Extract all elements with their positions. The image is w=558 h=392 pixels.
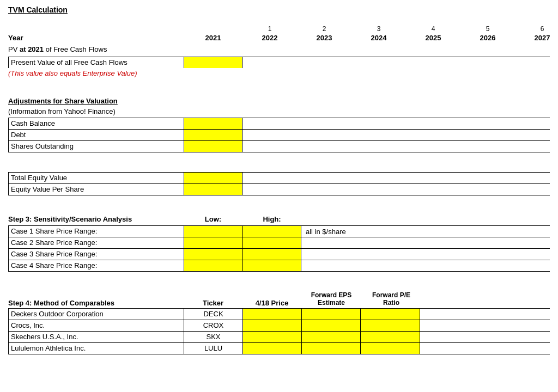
comp-pe-header: Forward P/ERatio <box>361 291 421 307</box>
year-col-2027: 2027 <box>515 34 558 42</box>
comp-pe-0[interactable] <box>360 309 420 320</box>
comp-name-0: Deckers Outdoor Corporation <box>8 309 184 320</box>
comp-ticker-2: SKX <box>184 332 242 342</box>
comp-eps-2[interactable] <box>301 332 360 342</box>
sens-low-3[interactable] <box>184 260 242 271</box>
sensitivity-note: all in $/share <box>304 226 348 237</box>
sens-label-1: Case 2 Share Price Range: <box>8 237 184 248</box>
base-year-header: 2021 <box>184 34 242 42</box>
enterprise-value-note: (This value also equals Enterprise Value… <box>8 69 137 77</box>
sens-label-0: Case 1 Share Price Range: <box>8 226 184 237</box>
comparable-row: Crocs, Inc. CROX <box>8 320 550 331</box>
sensitivity-high-header: High: <box>242 215 301 223</box>
comp-eps-1[interactable] <box>301 320 360 331</box>
comp-pe-1[interactable] <box>360 320 420 331</box>
sens-label-2: Case 3 Share Price Range: <box>8 249 184 260</box>
year-num-2025: 4 <box>406 25 460 33</box>
comp-pe-2[interactable] <box>360 332 420 342</box>
year-col-2023: 2023 <box>297 34 351 42</box>
year-col-2025: 2025 <box>406 34 460 42</box>
pv-all-fcf-label: Present Value of all Free Cash Flows <box>8 57 184 68</box>
adjustment-label-0: Cash Balance <box>8 118 184 129</box>
sensitivity-title: Step 3: Sensitivity/Scenario Analysis <box>8 215 184 223</box>
sens-high-1[interactable] <box>242 237 301 248</box>
adjustment-value-1[interactable] <box>184 130 242 140</box>
adjustment-label-2: Shares Outstanding <box>8 141 184 152</box>
pv-all-fcf-value[interactable] <box>184 57 242 68</box>
comp-eps-0[interactable] <box>301 309 360 320</box>
sens-high-2[interactable] <box>242 249 301 260</box>
comp-ticker-header: Ticker <box>184 299 242 307</box>
comparable-row: Deckers Outdoor Corporation DECK <box>8 308 550 320</box>
adjustments-info: (Information from Yahoo! Finance) <box>8 107 550 115</box>
sensitivity-row: Case 2 Share Price Range: <box>8 237 550 248</box>
adjustment-value-0[interactable] <box>184 118 242 129</box>
year-num-2022: 1 <box>242 25 297 33</box>
sens-low-2[interactable] <box>184 249 242 260</box>
pv-at-label: PV at 2021 of Free Cash Flows <box>8 45 107 53</box>
comp-price-0[interactable] <box>242 309 301 320</box>
comp-price-2[interactable] <box>242 332 301 342</box>
sensitivity-row: Case 1 Share Price Range: all in $/share <box>8 225 550 237</box>
comp-ticker-1: CROX <box>184 320 242 331</box>
equity-value-0[interactable] <box>184 173 242 183</box>
sens-high-0[interactable] <box>242 226 301 237</box>
comparable-row: Skechers U.S.A., Inc. SKX <box>8 331 550 342</box>
equity-row: Equity Value Per Share <box>8 183 550 195</box>
sensitivity-row: Case 4 Share Price Range: <box>8 260 550 272</box>
comp-eps-3[interactable] <box>301 343 360 354</box>
sens-low-1[interactable] <box>184 237 242 248</box>
year-num-2027: 6 <box>515 25 558 33</box>
adjustment-label-1: Debt <box>8 130 184 140</box>
comp-price-header: 4/18 Price <box>242 299 301 307</box>
comp-price-1[interactable] <box>242 320 301 331</box>
sensitivity-low-header: Low: <box>184 215 242 223</box>
adjustment-row: Debt <box>8 129 550 140</box>
comp-pe-3[interactable] <box>360 343 420 354</box>
year-col-2024: 2024 <box>351 34 406 42</box>
comp-name-3: Lululemon Athletica Inc. <box>8 343 184 354</box>
equity-value-1[interactable] <box>184 184 242 195</box>
page-title: TVM Calculation <box>8 5 550 14</box>
adjustment-row: Shares Outstanding <box>8 140 550 152</box>
sensitivity-row: Case 3 Share Price Range: <box>8 248 550 260</box>
sens-label-3: Case 4 Share Price Range: <box>8 260 184 271</box>
comparable-row: Lululemon Athletica Inc. LULU <box>8 342 550 354</box>
comp-eps-header: Forward EPSEstimate <box>301 291 361 307</box>
year-num-2026: 5 <box>460 25 515 33</box>
sens-low-0[interactable] <box>184 226 242 237</box>
year-col-2026: 2026 <box>460 34 515 42</box>
adjustment-value-2[interactable] <box>184 141 242 152</box>
year-num-2024: 3 <box>351 25 406 33</box>
equity-row: Total Equity Value <box>8 172 550 183</box>
comp-price-3[interactable] <box>242 343 301 354</box>
comparables-title: Step 4: Method of Comparables <box>8 299 114 307</box>
equity-label-1: Equity Value Per Share <box>8 184 184 195</box>
year-num-2023: 2 <box>297 25 351 33</box>
equity-label-0: Total Equity Value <box>8 173 184 183</box>
comp-name-1: Crocs, Inc. <box>8 320 184 331</box>
adjustments-title: Adjustments for Share Valuation <box>8 97 118 105</box>
year-col-header: Year <box>8 34 184 42</box>
comp-ticker-0: DECK <box>184 309 242 320</box>
sens-high-3[interactable] <box>242 260 301 271</box>
year-col-2022: 2022 <box>242 34 297 42</box>
comp-name-2: Skechers U.S.A., Inc. <box>8 332 184 342</box>
comp-ticker-3: LULU <box>184 343 242 354</box>
adjustment-row: Cash Balance <box>8 118 550 129</box>
